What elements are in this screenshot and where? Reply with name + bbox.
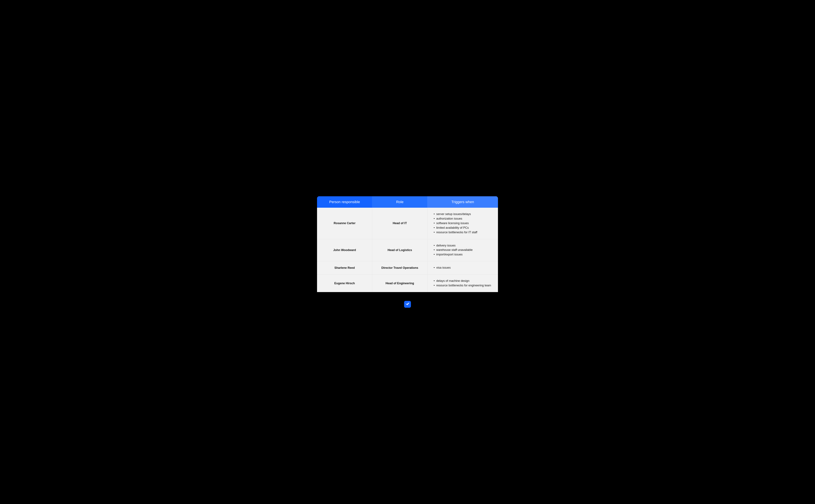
trigger-list: visa issues	[433, 266, 493, 270]
logo-wrap	[404, 301, 411, 308]
cell-person: Sharlene Reed	[317, 261, 372, 274]
cell-triggers: server setup issues/delaysauthorization …	[428, 208, 498, 239]
trigger-item: resource bottlenecks for engineering tea…	[434, 283, 493, 288]
trigger-item: authorization issues	[434, 216, 493, 221]
header-triggers: Triggers when	[428, 196, 498, 208]
table: Person responsible Role Triggers when Ro…	[317, 196, 498, 292]
table-row: Eugene HirschHead of Engineeringdelays o…	[317, 274, 498, 292]
trigger-item: warehouse staff unavailable	[434, 248, 493, 252]
cell-person: John Woodward	[317, 239, 372, 261]
header-person: Person responsible	[317, 196, 372, 208]
cell-role: Director Travel Operations	[372, 261, 428, 274]
trigger-item: delays of machine design	[434, 279, 493, 283]
brand-logo	[404, 301, 411, 308]
double-check-icon	[405, 302, 410, 307]
trigger-item: delivery issues	[434, 243, 493, 248]
table-row: Sharlene ReedDirector Travel Operationsv…	[317, 261, 498, 274]
table-row: John WoodwardHead of Logisticsdelivery i…	[317, 239, 498, 261]
trigger-list: server setup issues/delaysauthorization …	[433, 212, 493, 235]
escalation-table: Person responsible Role Triggers when Ro…	[317, 196, 498, 292]
trigger-item: resource bottlenecks for IT staff	[434, 230, 493, 235]
trigger-item: limited availability of PCs	[434, 226, 493, 230]
cell-person: Eugene Hirsch	[317, 274, 372, 292]
table-row: Rosanne CarterHead of ITserver setup iss…	[317, 208, 498, 239]
trigger-item: import/export issues	[434, 252, 493, 257]
trigger-item: visa issues	[434, 266, 493, 270]
table-header: Person responsible Role Triggers when	[317, 196, 498, 208]
header-role: Role	[372, 196, 428, 208]
cell-triggers: delivery issueswarehouse staff unavailab…	[428, 239, 498, 261]
cell-role: Head of Logistics	[372, 239, 428, 261]
cell-triggers: delays of machine designresource bottlen…	[428, 274, 498, 292]
cell-triggers: visa issues	[428, 261, 498, 274]
trigger-item: software licensing issues	[434, 221, 493, 226]
trigger-list: delays of machine designresource bottlen…	[433, 279, 493, 288]
trigger-item: server setup issues/delays	[434, 212, 493, 216]
cell-role: Head of Engineering	[372, 274, 428, 292]
cell-role: Head of IT	[372, 208, 428, 239]
table-body: Rosanne CarterHead of ITserver setup iss…	[317, 208, 498, 292]
cell-person: Rosanne Carter	[317, 208, 372, 239]
trigger-list: delivery issueswarehouse staff unavailab…	[433, 243, 493, 257]
